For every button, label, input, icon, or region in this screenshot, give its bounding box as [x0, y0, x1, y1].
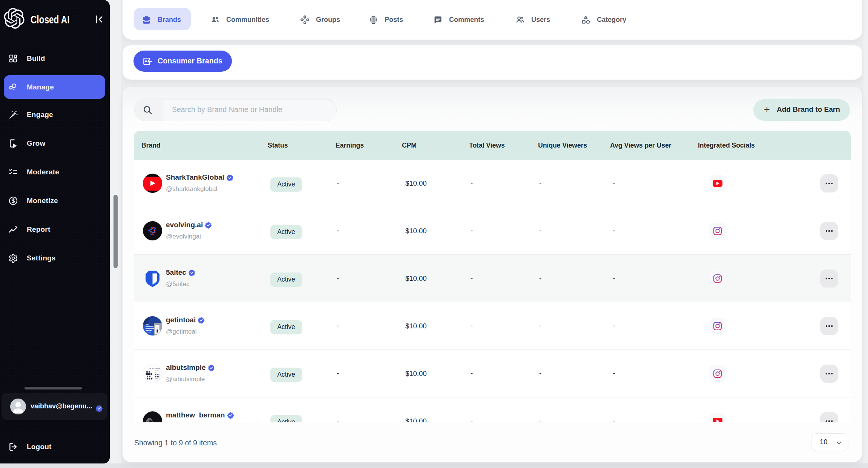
- svg-text:GPT: GPT: [155, 372, 157, 373]
- svg-text:AI, but simple: AI, but simple: [149, 368, 160, 369]
